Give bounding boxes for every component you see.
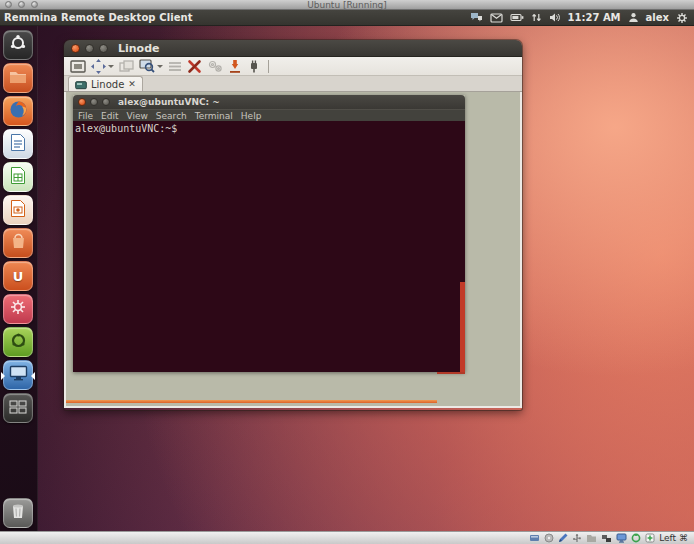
remmina-close-button[interactable] [71,44,80,53]
menu-terminal[interactable]: Terminal [195,111,233,121]
user-icon[interactable] [628,12,639,23]
features-icon[interactable] [631,533,641,543]
ubuntu-logo-icon [9,34,27,56]
terminal-close-button[interactable] [78,98,86,106]
preferences-tools-icon[interactable] [187,59,202,74]
shared-folders-icon[interactable] [586,534,597,543]
tab-label: Linode [91,79,124,90]
messages-icon[interactable] [470,12,483,23]
remote-terminal-window[interactable]: alex@ubuntuVNC: ~ File Edit View Search … [73,95,465,372]
host-key-label: Left ⌘ [659,532,688,544]
launcher-home-folder[interactable] [3,63,33,93]
remote-desktop-view[interactable]: alex@ubuntuVNC: ~ File Edit View Search … [64,92,522,408]
terminal-prompt: alex@ubuntuVNC:~$ [75,123,177,134]
virtualbox-statusbar: Left ⌘ [0,531,694,544]
launcher-libreoffice-calc[interactable] [3,162,33,192]
remmina-monitor-icon [9,365,28,385]
launcher-ubuntu-software-center[interactable] [3,228,33,258]
launcher-system-settings[interactable] [3,294,33,324]
vm-screen: Ubuntu [Running] Remmina Remote Desktop … [0,0,694,544]
scaled-mode-dropdown[interactable] [108,65,114,68]
launcher-libreoffice-impress[interactable] [3,195,33,225]
menu-edit[interactable]: Edit [101,111,118,121]
menu-help[interactable]: Help [241,111,262,121]
remmina-toolbar [64,57,522,76]
gear-wrench-icon [9,298,27,320]
terminal-maximize-button[interactable] [102,98,110,106]
launcher-dash-home[interactable] [3,30,33,60]
remmina-window: Linode Linode ✕ [64,40,522,410]
ubuntu-top-panel: Remmina Remote Desktop Client 11:27 AM a… [0,10,694,26]
calc-spreadsheet-icon [10,166,26,189]
hard-disk-icon[interactable] [529,533,540,543]
focused-app-arrow-right [31,372,35,380]
network-adapters-icon[interactable] [601,534,612,543]
launcher-firefox[interactable] [3,96,33,126]
battery-icon[interactable] [510,13,524,22]
remmina-window-title: Linode [118,42,160,55]
grab-keyboard-icon [168,61,182,72]
zoom-icon[interactable] [139,59,163,73]
toolbar-separator [268,60,269,73]
network-icon[interactable] [531,12,542,23]
indicator-area: 11:27 AM alex [470,12,694,24]
folder-icon [9,69,27,88]
remmina-tabbar: Linode ✕ [64,76,522,92]
terminal-right-edge-artifact [460,282,465,372]
session-gear-icon[interactable] [676,12,688,24]
display-icon[interactable] [616,533,627,543]
terminal-body[interactable]: alex@ubuntuVNC:~$ [73,121,465,372]
launcher-remmina[interactable] [3,360,33,390]
minimize-to-tray-icon[interactable] [228,59,242,73]
terminal-minimize-button[interactable] [90,98,98,106]
menu-search[interactable]: Search [156,111,187,121]
remmina-titlebar[interactable]: Linode [64,40,522,57]
terminal-menubar: File Edit View Search Terminal Help [73,109,465,121]
workspace-grid-icon [9,399,27,418]
launcher-update-manager[interactable] [3,327,33,357]
terminal-titlebar[interactable]: alex@ubuntuVNC: ~ [73,95,465,109]
unity-launcher: U [0,26,38,531]
optical-drive-icon[interactable] [544,533,554,543]
host-window-titlebar[interactable]: Ubuntu [Running] [0,0,694,10]
writer-document-icon [10,133,26,156]
usb-icon[interactable] [572,533,582,543]
ubuntu-one-glyph: U [13,269,24,284]
focused-app-arrow-left [1,372,5,380]
update-swirl-icon [10,332,27,353]
tab-close-icon[interactable]: ✕ [128,79,136,89]
menu-file[interactable]: File [78,111,93,121]
video-capture-icon[interactable] [558,533,568,543]
volume-icon[interactable] [549,12,561,23]
terminal-window-title: alex@ubuntuVNC: ~ [118,97,220,107]
scaled-mode-icon[interactable] [91,59,114,74]
remmina-maximize-button[interactable] [99,44,108,53]
firefox-icon [9,100,28,123]
switch-tab-icon [119,60,134,73]
tab-connection-icon [75,75,87,94]
menu-view[interactable]: View [127,111,148,121]
terminal-bottom-edge-artifact [437,372,465,374]
launcher-libreoffice-writer[interactable] [3,129,33,159]
host-window-title: Ubuntu [Running] [0,0,694,10]
connection-tab-linode[interactable]: Linode ✕ [68,76,143,91]
remmina-minimize-button[interactable] [85,44,94,53]
launcher-workspace-switcher[interactable] [3,393,33,423]
active-app-title: Remmina Remote Desktop Client [0,12,193,23]
mouse-integration-icon[interactable] [645,533,655,543]
impress-presentation-icon [10,199,26,222]
launcher-trash[interactable] [3,498,33,528]
software-center-bag-icon [10,233,27,254]
session-username[interactable]: alex [646,12,669,23]
tools-gears-icon [207,59,223,73]
toggle-fullscreen-icon[interactable] [70,60,86,73]
zoom-dropdown[interactable] [157,65,163,68]
remote-desktop-bottom-line [66,400,437,403]
clock[interactable]: 11:27 AM [568,12,621,23]
mail-icon[interactable] [490,13,503,23]
trash-can-icon [10,502,26,524]
disconnect-plug-icon[interactable] [247,60,261,73]
launcher-ubuntu-one[interactable]: U [3,261,33,291]
